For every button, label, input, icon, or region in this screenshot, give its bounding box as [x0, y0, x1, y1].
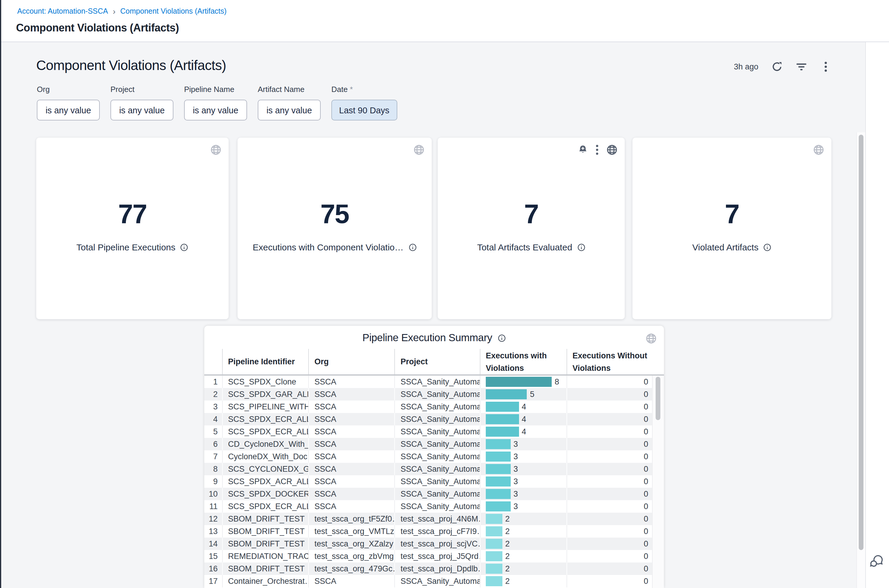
filter-value-box[interactable]: is any value	[258, 100, 321, 120]
panel-title-row: Pipeline Execution Summary	[204, 332, 664, 344]
table-scrollbar-thumb[interactable]	[656, 377, 660, 420]
kebab-icon[interactable]	[596, 144, 599, 156]
violations-bar-value: 3	[513, 465, 518, 474]
cell-org: SSCA	[308, 488, 394, 500]
card-icons	[578, 144, 618, 156]
cell-executions-with-violations: 2	[480, 550, 566, 562]
filter-icon[interactable]	[796, 61, 807, 72]
cell-row-number: 17	[204, 575, 222, 587]
cell-project: SSCA_Sanity_Automa…	[394, 388, 480, 400]
cell-row-number: 12	[204, 513, 222, 525]
cell-row-number: 3	[204, 400, 222, 413]
table-row: 5SCS_SPDX_ECR_ALL_…SSCASSCA_Sanity_Autom…	[204, 425, 652, 438]
stat-value: 75	[238, 199, 432, 230]
kebab-menu-icon[interactable]	[820, 61, 831, 72]
violations-bar-value: 4	[522, 427, 526, 436]
table-row: 2SCS_SPDX_GAR_ALL…SSCASSCA_Sanity_Automa…	[204, 388, 652, 400]
cell-org: SSCA	[308, 400, 394, 413]
globe-icon[interactable]	[210, 144, 221, 156]
refresh-icon[interactable]	[772, 61, 783, 72]
table-row: 15REMEDIATION_TRAC…test_ssca_org_zbVmg…t…	[204, 550, 652, 562]
info-icon[interactable]	[408, 243, 417, 251]
globe-icon[interactable]	[645, 333, 657, 344]
page-title: Component Violations (Artifacts)	[16, 22, 179, 34]
globe-icon[interactable]	[813, 144, 824, 156]
page-scrollbar[interactable]	[856, 132, 865, 588]
violations-bar-value: 3	[513, 440, 518, 448]
violations-bar	[486, 402, 519, 412]
cell-pipeline-identifier: SBOM_DRIFT_TEST	[222, 562, 308, 575]
last-refresh-time: 3h ago	[734, 62, 758, 71]
header-row-number	[204, 349, 222, 374]
table-row: 8SCS_CYCLONEDX_GA…SSCASSCA_Sanity_Automa…	[204, 463, 652, 475]
cell-executions-with-violations: 3	[480, 488, 566, 500]
stat-card-total-pipeline-executions: 77Total Pipeline Executions	[36, 138, 229, 319]
right-side-strip	[865, 42, 889, 588]
cell-project: test_ssca_proj_J5Qrd…	[394, 550, 480, 562]
info-icon[interactable]	[577, 243, 585, 251]
cell-row-number: 10	[204, 488, 222, 500]
filter-value-box[interactable]: is any value	[184, 100, 247, 120]
cell-pipeline-identifier: SBOM_DRIFT_TEST	[222, 513, 308, 525]
cell-pipeline-identifier: SBOM_DRIFT_TEST	[222, 525, 308, 538]
info-icon[interactable]	[180, 243, 188, 251]
header-project[interactable]: Project	[394, 349, 480, 374]
table-scrollbar[interactable]	[652, 376, 664, 588]
cell-executions-with-violations: 3	[480, 438, 566, 450]
filter-org: Orgis any value	[37, 85, 100, 120]
filter-label: Project	[110, 85, 173, 94]
cell-executions-without-violations: 0	[566, 575, 652, 587]
bell-plus-icon[interactable]	[578, 145, 588, 155]
cell-row-number: 7	[204, 450, 222, 463]
cell-pipeline-identifier: SCS_SPDX_ECR_ALL_…	[222, 425, 308, 438]
cell-pipeline-identifier: SBOM_DRIFT_TEST	[222, 538, 308, 550]
breadcrumb-link[interactable]: Account: Automation-SSCA	[17, 7, 108, 15]
violations-bar-value: 2	[505, 514, 510, 524]
cell-executions-without-violations: 0	[566, 400, 652, 413]
table-row: 17Container_Orchestrat…SSCASSCA_Sanity_A…	[204, 575, 652, 587]
filter-artifact-name: Artifact Nameis any value	[258, 85, 321, 120]
card-icons	[210, 144, 221, 156]
stat-label-row: Executions with Component Violatio…	[238, 242, 432, 252]
header-executions-without[interactable]: Executions Without Violations	[566, 349, 652, 374]
filter-label: Pipeline Name	[184, 85, 247, 94]
violations-bar	[486, 414, 519, 424]
cell-org: SSCA	[308, 376, 394, 388]
dashboard-controls: 3h ago	[713, 60, 831, 73]
violations-bar	[486, 427, 519, 437]
header-org[interactable]: Org	[308, 349, 394, 374]
cell-executions-with-violations: 8	[480, 376, 566, 388]
cell-pipeline-identifier: SCS_SPDX_DOCKER_…	[222, 488, 308, 500]
table-row: 1SCS_SPDX_CloneSSCASSCA_Sanity_Automa…80	[204, 376, 652, 388]
cell-project: SSCA_Sanity_Automa…	[394, 450, 480, 463]
table-header-row: Pipeline IdentifierOrgProjectExecutions …	[204, 349, 652, 374]
header-pipeline-identifier[interactable]: Pipeline Identifier	[222, 349, 308, 374]
chat-support-icon[interactable]	[869, 554, 884, 568]
stat-card-violated-artifacts: 7Violated Artifacts	[632, 138, 831, 319]
stat-value: 7	[438, 199, 625, 230]
cell-project: SSCA_Sanity_Automa…	[394, 475, 480, 488]
violations-bar-value: 2	[505, 577, 510, 586]
globe-icon[interactable]	[606, 144, 618, 156]
cell-project: SSCA_Sanity_Automa…	[394, 463, 480, 475]
info-icon[interactable]	[498, 334, 506, 342]
info-icon[interactable]	[763, 243, 772, 251]
page-scrollbar-thumb[interactable]	[859, 135, 863, 550]
header-executions-with[interactable]: Executions with Violations	[480, 349, 566, 374]
stat-label-row: Violated Artifacts	[632, 242, 831, 252]
stat-value: 77	[36, 199, 229, 230]
filter-value-box[interactable]: Last 90 Days	[331, 100, 397, 120]
cell-executions-without-violations: 0	[566, 413, 652, 425]
globe-icon[interactable]	[413, 144, 424, 156]
breadcrumb-link[interactable]: Component Violations (Artifacts)	[120, 7, 227, 15]
cell-executions-with-violations: 4	[480, 400, 566, 413]
cell-row-number: 6	[204, 438, 222, 450]
filter-value-box[interactable]: is any value	[110, 100, 173, 120]
cell-executions-with-violations: 2	[480, 538, 566, 550]
cell-executions-with-violations: 2	[480, 562, 566, 575]
cell-org: test_ssca_org_VMTLz…	[308, 525, 394, 538]
table-row: 4SCS_SPDX_ECR_ALL_…SSCASSCA_Sanity_Autom…	[204, 413, 652, 425]
cell-row-number: 11	[204, 500, 222, 513]
filter-value-box[interactable]: is any value	[37, 100, 100, 120]
cell-executions-without-violations: 0	[566, 425, 652, 438]
